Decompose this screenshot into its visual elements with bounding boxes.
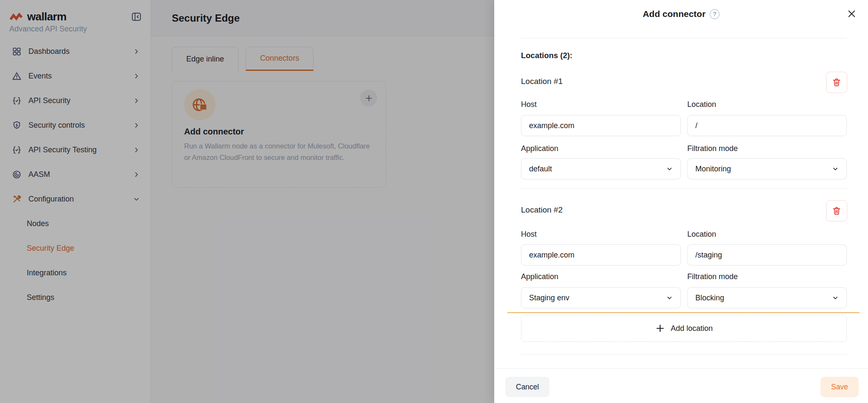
save-button[interactable]: Save [820,377,859,397]
location-title: Location #1 [521,77,563,86]
application-select-value: Staging env [529,294,569,302]
delete-location-1-button[interactable] [826,72,847,93]
trash-icon [832,77,842,87]
add-location-label: Add location [671,324,713,333]
chevron-down-icon [832,165,839,172]
app-window: wallarm Advanced API Security Dashboards [0,0,868,403]
filtration-mode-select-1[interactable]: Monitoring [687,158,847,179]
host-input-1[interactable] [521,115,681,136]
cancel-button[interactable]: Cancel [505,377,549,397]
content-bottom-divider [521,354,847,355]
chevron-down-icon [832,294,839,301]
section-highlight-divider [507,312,860,313]
close-icon[interactable] [847,9,857,19]
location-label: Location [687,100,716,109]
header-divider [521,38,847,38]
filtration-mode-select-value: Monitoring [695,165,731,174]
add-location-button[interactable]: Add location [521,315,847,342]
application-select-2[interactable]: Staging env [521,287,681,308]
host-label: Host [521,230,537,239]
location-input-2[interactable] [687,244,847,266]
filtration-mode-select-2[interactable]: Blocking [687,287,847,308]
application-label: Application [521,272,558,281]
location-label: Location [687,230,716,239]
filtration-mode-label: Filtration mode [687,272,738,281]
application-select-value: default [529,165,552,174]
delete-location-2-button[interactable] [826,200,847,221]
plus-icon [655,323,665,333]
location-divider [521,188,847,189]
trash-icon [832,206,842,216]
location-title: Location #2 [521,205,563,215]
locations-heading: Locations (2): [521,51,572,60]
host-label: Host [521,100,537,109]
application-label: Application [521,144,558,153]
application-select-1[interactable]: default [521,158,681,179]
host-input-2[interactable] [521,244,681,266]
location-input-1[interactable] [687,115,847,136]
chevron-down-icon [666,165,673,172]
modal-footer: Cancel Save [494,368,868,403]
chevron-down-icon [666,294,673,301]
filtration-mode-select-value: Blocking [695,294,724,302]
modal-header: Add connector ? [494,9,868,19]
modal-title: Add connector [643,9,706,19]
help-icon[interactable]: ? [710,9,720,19]
filtration-mode-label: Filtration mode [687,144,738,153]
add-connector-modal: Add connector ? Locations (2): Location … [494,0,868,403]
